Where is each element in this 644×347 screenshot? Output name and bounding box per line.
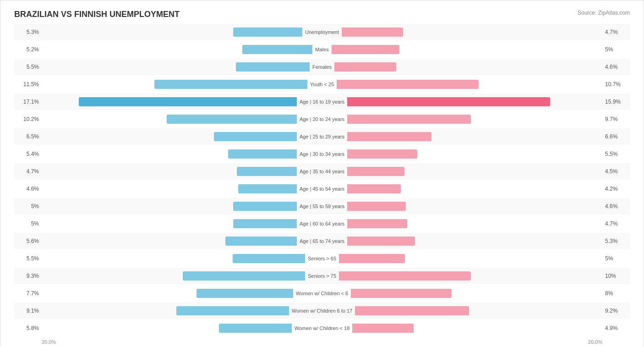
- bars-wrapper: Age | 30 to 34 years: [42, 146, 602, 162]
- right-half: [337, 76, 602, 93]
- bar-brazilian: [219, 324, 291, 333]
- left-half: [42, 163, 297, 180]
- left-half: [42, 146, 297, 162]
- center-label: Age | 16 to 19 years: [297, 99, 347, 105]
- chart-row: 5.5% Females 4.6%: [14, 59, 630, 75]
- left-value: 5.5%: [14, 255, 42, 262]
- right-value: 5.3%: [602, 238, 630, 244]
- right-value: 10.7%: [602, 81, 630, 88]
- left-value: 6.5%: [14, 133, 42, 140]
- right-half: [332, 41, 602, 58]
- bars-wrapper: Age | 16 to 19 years: [42, 94, 602, 110]
- chart-row: 5% Age | 60 to 64 years 4.7%: [14, 215, 630, 232]
- right-value: 10%: [602, 273, 630, 279]
- chart-row: 9.1% Women w/ Children 6 to 17 9.2%: [14, 303, 630, 319]
- bar-brazilian: [233, 219, 297, 228]
- center-label: Age | 20 to 24 years: [297, 116, 347, 122]
- right-value: 5%: [602, 46, 630, 53]
- left-value: 5.5%: [14, 64, 42, 70]
- bar-brazilian: [242, 45, 313, 54]
- left-half: [42, 320, 292, 336]
- chart-container: BRAZILIAN VS FINNISH UNEMPLOYMENT Source…: [0, 0, 644, 347]
- right-value: 5%: [602, 255, 630, 262]
- right-half: [347, 181, 602, 197]
- right-half: [347, 94, 602, 110]
- bars-wrapper: Women w/ Children < 18: [42, 320, 602, 336]
- bar-brazilian: [183, 271, 305, 281]
- left-half: [42, 24, 302, 40]
- bar-finnish: [347, 219, 407, 228]
- axis-min-label: 20.0%: [42, 339, 56, 345]
- bar-finnish: [347, 167, 404, 176]
- center-label: Age | 35 to 44 years: [297, 169, 347, 174]
- chart-row: 5.2% Males 5%: [14, 41, 630, 58]
- right-value: 4.2%: [602, 186, 630, 192]
- left-half: [42, 233, 297, 249]
- bars-wrapper: Age | 20 to 24 years: [42, 111, 602, 127]
- left-value: 9.1%: [14, 308, 42, 314]
- bar-finnish: [339, 254, 405, 263]
- left-half: [42, 128, 297, 145]
- left-value: 5%: [14, 203, 42, 209]
- bars-wrapper: Age | 60 to 64 years: [42, 215, 602, 232]
- bars-wrapper: Unemployment: [42, 24, 602, 40]
- right-value: 4.6%: [602, 203, 630, 209]
- left-value: 5.8%: [14, 325, 42, 331]
- left-half: [42, 198, 297, 215]
- chart-title: BRAZILIAN VS FINNISH UNEMPLOYMENT: [14, 10, 630, 19]
- axis-labels: 20.0% 20.0%: [42, 339, 602, 345]
- bar-brazilian: [214, 132, 297, 141]
- bar-brazilian: [176, 306, 289, 315]
- right-half: [342, 24, 602, 40]
- chart-row: 7.7% Women w/ Children < 6 8%: [14, 285, 630, 302]
- bar-brazilian: [196, 289, 293, 298]
- left-half: [42, 76, 307, 93]
- bar-finnish: [332, 45, 399, 54]
- bar-finnish: [355, 306, 469, 315]
- bar-finnish: [347, 237, 415, 246]
- left-value: 5%: [14, 220, 42, 227]
- bar-brazilian: [225, 237, 297, 246]
- chart-row: 5.3% Unemployment 4.7%: [14, 24, 630, 40]
- right-value: 5.5%: [602, 151, 630, 157]
- right-value: 4.5%: [602, 168, 630, 175]
- center-label: Youth < 25: [307, 82, 337, 87]
- bars-wrapper: Males: [42, 41, 602, 58]
- chart-row: 6.5% Age | 25 to 29 years 6.6%: [14, 128, 630, 145]
- center-label: Age | 55 to 59 years: [297, 204, 347, 209]
- chart-row: 5.5% Seniors > 65 5%: [14, 250, 630, 267]
- right-half: [347, 111, 602, 127]
- left-value: 5.2%: [14, 46, 42, 53]
- right-half: [339, 268, 602, 284]
- bars-wrapper: Age | 45 to 54 years: [42, 181, 602, 197]
- chart-row: 5.6% Age | 65 to 74 years 5.3%: [14, 233, 630, 249]
- chart-row: 5.4% Age | 30 to 34 years 5.5%: [14, 146, 630, 162]
- bar-brazilian: [233, 254, 305, 263]
- bar-brazilian: [238, 184, 297, 193]
- chart-row: 4.7% Age | 35 to 44 years 4.5%: [14, 163, 630, 180]
- bar-brazilian: [79, 97, 297, 106]
- bars-wrapper: Youth < 25: [42, 76, 602, 93]
- left-value: 5.4%: [14, 151, 42, 157]
- bars-wrapper: Women w/ Children 6 to 17: [42, 303, 602, 319]
- right-half: [355, 303, 602, 319]
- left-half: [42, 250, 305, 267]
- left-value: 7.7%: [14, 290, 42, 297]
- bar-finnish: [352, 324, 414, 333]
- center-label: Males: [312, 47, 331, 52]
- left-value: 11.5%: [14, 81, 42, 88]
- bars-wrapper: Age | 35 to 44 years: [42, 163, 602, 180]
- right-value: 4.7%: [602, 29, 630, 35]
- bars-wrapper: Age | 65 to 74 years: [42, 233, 602, 249]
- left-half: [42, 41, 312, 58]
- left-value: 4.7%: [14, 168, 42, 175]
- bar-finnish: [347, 202, 406, 211]
- center-label: Women w/ Children 6 to 17: [289, 308, 355, 314]
- left-half: [42, 303, 289, 319]
- bar-finnish: [334, 62, 396, 72]
- right-value: 4.7%: [602, 220, 630, 227]
- left-value: 9.3%: [14, 273, 42, 279]
- bar-finnish: [347, 149, 417, 159]
- axis-row: 20.0% 20.0%: [14, 339, 630, 345]
- center-label: Females: [310, 64, 334, 70]
